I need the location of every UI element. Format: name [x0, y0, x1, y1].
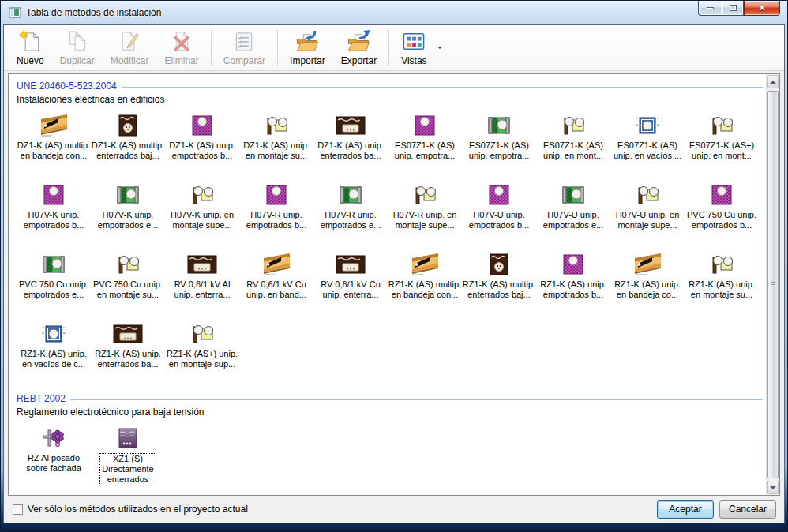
method-item[interactable]: RZ1-K (AS) unip.en montaje su...: [689, 252, 755, 300]
vertical-scrollbar[interactable]: [766, 74, 779, 495]
method-item[interactable]: ES07Z1-K (AS+)unip. en mont...: [689, 113, 754, 161]
surface-mount-icon: [709, 252, 734, 277]
method-item[interactable]: H07V-K unip.empotrados b...: [24, 182, 84, 230]
method-item[interactable]: RZ1-K (AS) unip.empotrados b...: [540, 252, 606, 300]
filter-checkbox-label: Ver sólo los métodos utilizados en el pr…: [28, 504, 248, 515]
method-item[interactable]: PVC 750 Cu unip.empotrados e...: [19, 252, 88, 300]
toolbar-button-importar[interactable]: Importar: [282, 27, 333, 69]
method-item-label: H07V-R unip.empotrados e...: [321, 210, 381, 230]
maximize-button[interactable]: [722, 1, 744, 16]
method-item[interactable]: DZ1-K (AS) multip.enterrados baj...: [92, 113, 164, 161]
toolbar-button-nuevo[interactable]: Nuevo: [9, 27, 52, 69]
method-item[interactable]: DZ1-K (AS) unip.en montaje su...: [243, 113, 310, 161]
scroll-down-icon: [770, 486, 776, 489]
method-item-label: H07V-K unip. enmontaje supe...: [171, 210, 234, 230]
scroll-down-button[interactable]: [767, 481, 779, 494]
toolbar-button-label: Duplicar: [60, 55, 95, 66]
scroll-up-button[interactable]: [767, 75, 779, 88]
export-icon: [346, 29, 371, 54]
method-item[interactable]: RZ Al posadosobre fachada: [26, 425, 81, 485]
method-item[interactable]: H07V-R unip. enmontaje supe...: [393, 182, 457, 230]
filter-checkbox-group[interactable]: Ver sólo los métodos utilizados en el pr…: [13, 504, 248, 515]
direct-buried-icon: [115, 425, 141, 451]
method-item[interactable]: ES07Z1-K (AS)unip. en vacíos ...: [614, 113, 681, 161]
surface-mount-icon: [189, 321, 215, 347]
section-rebt: REBT 2002Reglamento electrotécnico para …: [17, 393, 766, 485]
accept-button[interactable]: Aceptar: [657, 500, 714, 519]
method-item[interactable]: RZ1-K (AS) unip.enterrados ba...: [95, 321, 161, 369]
section-rule: [70, 399, 763, 400]
method-item-label: ES07Z1-K (AS)unip. empotra...: [469, 140, 529, 161]
import-icon: [295, 29, 320, 54]
toolbar-button-modificar: Modificar: [103, 27, 157, 69]
method-item[interactable]: XZ1 (S)Directamenteenterrados: [99, 425, 156, 485]
duplicate-icon: [65, 29, 90, 54]
toolbar-button-comparar: Comparar: [216, 27, 273, 69]
surface-mount-icon: [189, 182, 215, 208]
method-item[interactable]: ES07Z1-K (AS)unip. empotra...: [469, 113, 529, 161]
section-subtitle: Instalaciones eléctricas en edificios: [17, 94, 766, 105]
method-item-label: DZ1-K (AS) unip.empotrados b...: [169, 140, 235, 161]
method-item[interactable]: DZ1-K (AS) unip.empotrados b...: [169, 113, 235, 161]
filter-checkbox[interactable]: [13, 504, 23, 515]
method-item[interactable]: H07V-K unip.empotrados e...: [98, 182, 158, 230]
method-item[interactable]: ES07Z1-K (AS)unip. en mont...: [543, 113, 603, 161]
views-dropdown-arrow[interactable]: [435, 27, 445, 69]
method-item-label: XZ1 (S)Directamenteenterrados: [99, 453, 156, 485]
method-item[interactable]: H07V-R unip.empotrados b...: [246, 182, 306, 230]
toolbar-button-vistas[interactable]: Vistas: [393, 27, 434, 69]
method-item[interactable]: H07V-U unip.empotrados e...: [543, 182, 603, 230]
method-item[interactable]: RZ1-K (AS) multip.enterrados baj...: [463, 252, 535, 300]
method-item-label: H07V-K unip.empotrados e...: [98, 210, 158, 230]
method-item-label: ES07Z1-K (AS)unip. en vacíos ...: [614, 140, 681, 161]
section-title: UNE 20460-5-523:2004: [17, 81, 117, 92]
method-item[interactable]: H07V-K unip. enmontaje supe...: [171, 182, 234, 230]
method-item[interactable]: H07V-R unip.empotrados e...: [321, 182, 381, 230]
method-item[interactable]: RZ1-K (AS+) unip.en montaje sup...: [167, 321, 238, 369]
method-item-label: H07V-K unip.empotrados b...: [24, 210, 84, 230]
minimize-button[interactable]: [698, 1, 722, 16]
method-item-label: ES07Z1-K (AS+)unip. en mont...: [689, 140, 754, 161]
insulated-wall-icon: [561, 182, 586, 208]
method-item[interactable]: RZ1-K (AS) multip.en bandeja con...: [388, 252, 461, 300]
method-item[interactable]: PVC 750 Cu unip.empotrados b...: [687, 182, 756, 230]
method-item-label: H07V-R unip. enmontaje supe...: [393, 210, 457, 230]
scrollbar-track[interactable]: [767, 89, 779, 480]
toolbar-button-label: Nuevo: [17, 55, 44, 66]
method-item[interactable]: RZ1-K (AS) unip.en vacíos de c...: [21, 321, 87, 369]
toolbar-button-duplicar: Duplicar: [52, 27, 103, 69]
method-item-label: RZ1-K (AS) unip.en montaje su...: [689, 279, 755, 300]
insulated-wall-icon: [486, 113, 512, 138]
method-item[interactable]: DZ1-K (AS) unip.enterrados ba...: [317, 113, 384, 161]
method-item[interactable]: RZ1-K (AS) unip.en bandeja co...: [614, 252, 681, 300]
window-title: Tabla de métodos de instalación: [26, 7, 161, 18]
new-icon: [17, 29, 43, 54]
compare-icon: [231, 29, 257, 54]
method-item[interactable]: H07V-U unip. enmontaje supe...: [616, 182, 680, 230]
method-item[interactable]: H07V-U unip.empotrados b...: [469, 182, 529, 230]
method-item[interactable]: RV 0,6/1 kV Alunip. enterra...: [174, 252, 231, 300]
method-item[interactable]: DZ1-K (AS) multip.en bandeja con...: [17, 113, 90, 161]
dialog-client-area: NuevoDuplicarModificarEliminarCompararIm…: [3, 24, 785, 523]
close-icon: ✕: [758, 4, 765, 13]
surface-mount-icon: [264, 113, 289, 138]
scrollbar-thumb[interactable]: [767, 91, 779, 478]
cancel-button[interactable]: Cancelar: [719, 500, 776, 519]
embedded-wall-icon: [264, 182, 289, 208]
method-item[interactable]: RV 0,6/1 kV Cuunip. en band...: [246, 252, 306, 300]
toolbar-button-label: Vistas: [401, 55, 426, 66]
method-item[interactable]: RV 0,6/1 kV Cuunip. enterra...: [321, 252, 381, 300]
titlebar[interactable]: Tabla de métodos de instalación: [1, 1, 787, 24]
close-button[interactable]: ✕: [744, 1, 780, 16]
method-item[interactable]: PVC 750 Cu unip.en montaje su...: [93, 252, 163, 300]
methods-list: UNE 20460-5-523:2004Instalaciones eléctr…: [9, 74, 766, 495]
buried-duct-icon: [186, 252, 218, 277]
method-item-label: RV 0,6/1 kV Cuunip. enterra...: [321, 279, 381, 300]
buried-tube-icon: [486, 252, 512, 277]
scrollbar-grip: [771, 282, 775, 288]
toolbar-button-exportar[interactable]: Exportar: [333, 27, 385, 69]
method-item[interactable]: ES07Z1-K (AS)unip. empotra...: [395, 113, 455, 161]
insulated-wall-icon: [41, 252, 66, 277]
method-item-label: ES07Z1-K (AS)unip. en mont...: [543, 140, 603, 161]
maximize-icon: [730, 5, 737, 11]
